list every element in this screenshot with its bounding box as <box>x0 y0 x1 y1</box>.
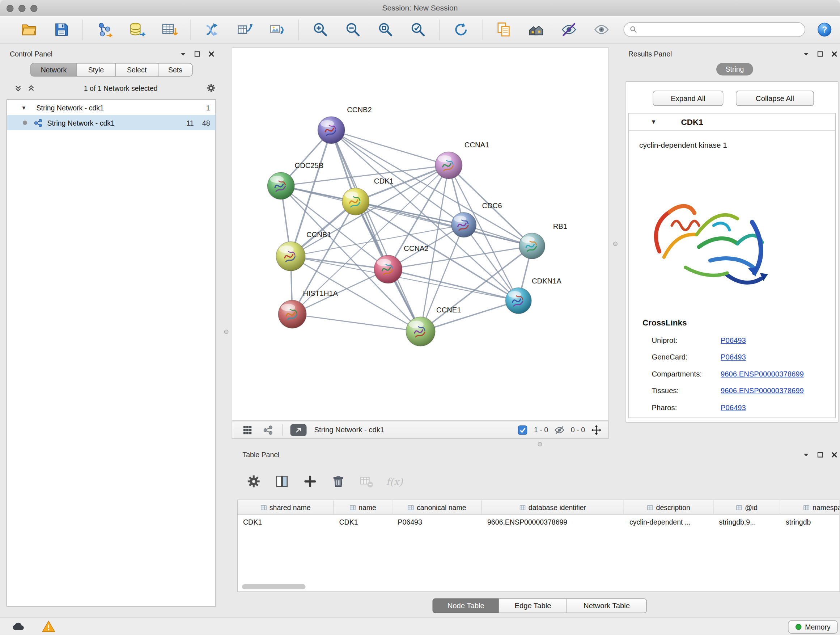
tab-string[interactable]: String <box>716 63 753 76</box>
memory-button[interactable]: Memory <box>788 620 838 634</box>
panel-close-icon[interactable] <box>208 50 215 57</box>
table-body: CDK1CDK1P064939606.ENSP00000378699cyclin… <box>238 515 840 529</box>
zoom-selected-region-icon[interactable] <box>409 20 427 39</box>
column-header-database-identifier[interactable]: database identifier <box>482 500 624 515</box>
collapse-section-icon[interactable]: ▼ <box>651 119 657 125</box>
network-node-HIST1H1A[interactable]: HIST1H1A <box>278 289 338 328</box>
tab-select[interactable]: Select <box>115 63 158 77</box>
disclosure-triangle-icon[interactable]: ▼ <box>21 105 29 111</box>
splitter-handle[interactable] <box>613 242 617 246</box>
crosslink-genecard-link[interactable]: P06493 <box>721 353 746 361</box>
network-node-label: HIST1H1A <box>303 289 338 297</box>
show-columns-icon[interactable] <box>273 473 290 489</box>
horizontal-scrollbar-thumb[interactable] <box>242 584 306 589</box>
search-input[interactable] <box>641 26 799 34</box>
column-header--id[interactable]: @id <box>714 500 781 515</box>
new-network-from-selection-icon[interactable] <box>203 20 221 39</box>
collapse-tree-icon[interactable] <box>14 84 22 92</box>
help-icon[interactable]: ? <box>817 22 833 38</box>
panel-menu-icon[interactable] <box>803 451 810 458</box>
hidden-eye-icon[interactable] <box>554 424 565 435</box>
network-edge-CCNB2-CCNA1[interactable] <box>332 130 449 165</box>
panel-float-icon[interactable] <box>817 50 824 57</box>
export-network-image-icon[interactable] <box>268 20 286 39</box>
birdseye-grid-icon[interactable] <box>242 424 253 435</box>
network-options-gear-icon[interactable] <box>206 83 216 93</box>
hide-selected-nodes-icon[interactable] <box>560 20 578 39</box>
crosslink-pharos-link[interactable]: P06493 <box>721 404 746 412</box>
function-builder-icon[interactable]: f(x) <box>386 473 403 489</box>
splitter-handle[interactable] <box>538 442 542 447</box>
zoom-out-icon[interactable] <box>344 20 362 39</box>
panel-float-icon[interactable] <box>194 50 201 57</box>
column-header-shared-name[interactable]: shared name <box>238 500 334 515</box>
gene-section-header[interactable]: ▼ CDK1 <box>629 114 835 131</box>
panel-float-icon[interactable] <box>817 451 824 458</box>
column-header-canonical-name[interactable]: canonical name <box>393 500 482 515</box>
panel-menu-icon[interactable] <box>180 50 187 57</box>
collapse-all-button[interactable]: Collapse All <box>736 91 814 106</box>
delete-column-icon[interactable] <box>330 473 346 489</box>
create-column-icon[interactable] <box>302 473 318 489</box>
cloud-icon[interactable] <box>11 619 26 634</box>
tab-sets[interactable]: Sets <box>158 63 193 77</box>
tab-edge-table[interactable]: Edge Table <box>499 599 567 613</box>
tab-network-table[interactable]: Network Table <box>567 599 647 613</box>
save-session-icon[interactable] <box>52 20 71 39</box>
zoom-in-icon[interactable] <box>311 20 330 39</box>
close-window-button[interactable] <box>6 5 14 12</box>
network-node-label: CDKN1A <box>532 277 561 285</box>
network-overview-icon[interactable] <box>263 424 273 435</box>
tab-network[interactable]: Network <box>30 63 77 77</box>
home-icon[interactable] <box>527 20 546 39</box>
pan-move-icon[interactable] <box>591 424 602 435</box>
panel-close-icon[interactable] <box>831 451 838 458</box>
selected-checkbox-icon[interactable] <box>517 424 528 435</box>
open-session-icon[interactable] <box>19 20 38 39</box>
network-edge-HIST1H1A-CCNE1[interactable] <box>292 314 420 332</box>
column-header-name[interactable]: name <box>334 500 393 515</box>
network-node-label: RB1 <box>553 222 567 230</box>
network-node-RB1[interactable]: RB1 <box>519 222 567 259</box>
network-node-CCNE1[interactable]: CCNE1 <box>406 306 461 346</box>
network-node-CDKN1A[interactable]: CDKN1A <box>505 277 561 314</box>
network-row-selected[interactable]: String Network - cdk1 11 48 <box>7 115 216 130</box>
table-settings-gear-icon[interactable] <box>245 473 262 489</box>
apply-preferred-layout-icon[interactable] <box>452 20 470 39</box>
search-box[interactable] <box>624 22 806 37</box>
copy-icon[interactable] <box>494 20 513 39</box>
crosslink-tissues-link[interactable]: 9606.ENSP00000378699 <box>721 386 804 395</box>
import-table-from-file-icon[interactable] <box>160 20 179 39</box>
delete-table-icon[interactable] <box>358 473 374 489</box>
show-all-nodes-icon[interactable] <box>592 20 611 39</box>
network-edge-CDKN1A-CCNE1[interactable] <box>420 301 518 331</box>
splitter-handle[interactable] <box>224 330 229 334</box>
crosslink-compartments-link[interactable]: 9606.ENSP00000378699 <box>721 370 804 378</box>
network-edge-CCNB2-CDKN1A[interactable] <box>332 130 519 301</box>
network-collection-row[interactable]: ▼ String Network - cdk1 1 <box>7 100 216 115</box>
import-network-from-file-icon[interactable] <box>95 20 114 39</box>
network-canvas-svg[interactable]: CCNB2CCNA1CDC25BCDK1CDC6RB1CCNB1CCNA2CDK… <box>232 48 608 420</box>
column-header-description[interactable]: description <box>624 500 714 515</box>
network-node-CCNA1[interactable]: CCNA1 <box>435 141 489 179</box>
panel-menu-icon[interactable] <box>803 50 810 57</box>
crosslink-uniprot-link[interactable]: P06493 <box>721 336 746 345</box>
expand-tree-icon[interactable] <box>27 84 35 92</box>
clone-network-icon[interactable] <box>235 20 254 39</box>
column-header-namespace[interactable]: namespace <box>780 500 840 515</box>
network-edge-CCNB2-RB1[interactable] <box>332 130 532 246</box>
zoom-window-button[interactable] <box>30 5 38 12</box>
import-network-from-database-icon[interactable] <box>128 20 146 39</box>
panel-close-icon[interactable] <box>831 50 838 57</box>
warning-icon[interactable] <box>41 619 56 634</box>
open-in-window-button[interactable] <box>291 424 307 436</box>
table-row[interactable]: CDK1CDK1P064939606.ENSP00000378699cyclin… <box>238 515 840 529</box>
tab-style[interactable]: Style <box>77 63 116 77</box>
tab-node-table[interactable]: Node Table <box>433 599 500 613</box>
expand-all-button[interactable]: Expand All <box>653 91 723 106</box>
network-view[interactable]: CCNB2CCNA1CDC25BCDK1CDC6RB1CCNB1CCNA2CDK… <box>232 48 609 421</box>
network-edge-CCNB2-CCNE1[interactable] <box>332 130 421 331</box>
network-node-CCNB1[interactable]: CCNB1 <box>276 231 331 271</box>
zoom-fit-content-icon[interactable] <box>376 20 395 39</box>
minimize-window-button[interactable] <box>19 5 26 12</box>
